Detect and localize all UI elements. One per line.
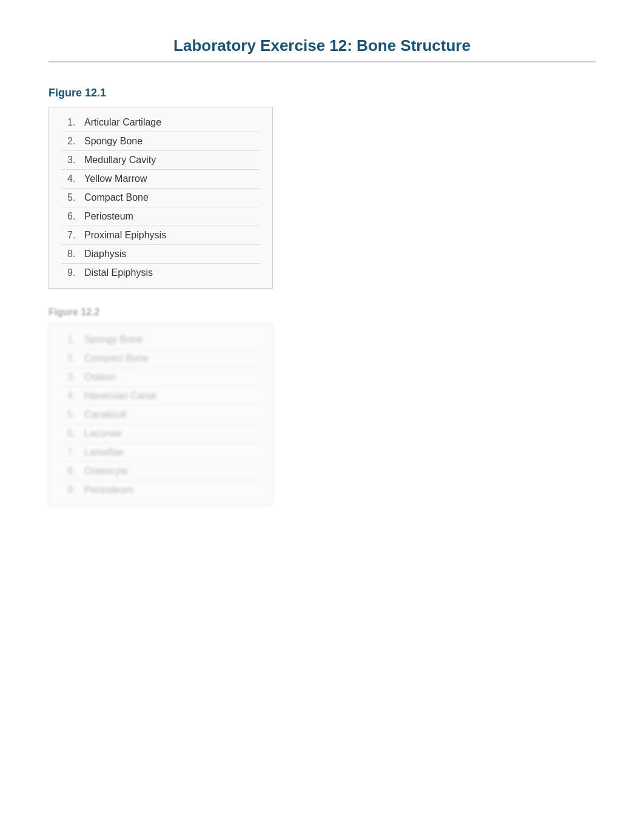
blurred-number: 6. [67, 428, 84, 439]
blurred-list-item: 8.Osteocyte [61, 462, 260, 481]
list-text: Distal Epiphysis [84, 267, 153, 278]
list-text: Proximal Epiphysis [84, 230, 166, 241]
blurred-text: Spongy Bone [84, 334, 143, 345]
blurred-list-item: 4.Haversian Canal [61, 387, 260, 406]
blurred-list-item: 7.Lamellae [61, 443, 260, 462]
list-number: 3. [67, 155, 84, 166]
list-item: 8.Diaphysis [61, 245, 260, 264]
figure1-list-container: 1.Articular Cartilage2.Spongy Bone3.Medu… [49, 107, 273, 289]
blurred-number: 3. [67, 372, 84, 383]
blurred-list-item: 6.Lacunae [61, 424, 260, 443]
list-number: 9. [67, 267, 84, 278]
blurred-text: Canaliculi [84, 409, 126, 420]
blurred-number: 9. [67, 485, 84, 495]
figure2-list-container: 1.Spongy Bone2.Compact Bone3.Osteon4.Hav… [49, 324, 273, 506]
blurred-list-item: 2.Compact Bone [61, 349, 260, 368]
blurred-text: Osteocyte [84, 466, 128, 477]
list-number: 2. [67, 136, 84, 147]
list-number: 7. [67, 230, 84, 241]
figure1-section: Figure 12.1 1.Articular Cartilage2.Spong… [49, 87, 595, 289]
list-number: 1. [67, 117, 84, 128]
list-item: 4.Yellow Marrow [61, 170, 260, 189]
blurred-number: 4. [67, 391, 84, 401]
blurred-text: Periosteum [84, 485, 133, 495]
list-item: 6.Periosteum [61, 207, 260, 226]
blurred-number: 2. [67, 353, 84, 364]
list-text: Periosteum [84, 211, 133, 222]
list-number: 8. [67, 249, 84, 260]
figure1-label: Figure 12.1 [49, 87, 595, 99]
page-title: Laboratory Exercise 12: Bone Structure [49, 36, 595, 55]
list-text: Yellow Marrow [84, 173, 147, 184]
figure2-label: Figure 12.2 [49, 307, 595, 318]
list-item: 5.Compact Bone [61, 189, 260, 207]
list-text: Diaphysis [84, 249, 126, 260]
blurred-text: Compact Bone [84, 353, 149, 364]
blurred-list-item: 3.Osteon [61, 368, 260, 387]
list-item: 3.Medullary Cavity [61, 151, 260, 170]
blurred-text: Haversian Canal [84, 391, 156, 401]
blurred-number: 8. [67, 466, 84, 477]
list-text: Articular Cartilage [84, 117, 161, 128]
blurred-text: Lacunae [84, 428, 121, 439]
blurred-number: 5. [67, 409, 84, 420]
list-number: 5. [67, 192, 84, 203]
list-item: 7.Proximal Epiphysis [61, 226, 260, 245]
list-text: Spongy Bone [84, 136, 143, 147]
list-item: 2.Spongy Bone [61, 132, 260, 151]
page-title-container: Laboratory Exercise 12: Bone Structure [49, 36, 595, 62]
list-number: 6. [67, 211, 84, 222]
blurred-list-item: 5.Canaliculi [61, 406, 260, 424]
figure2-section: Figure 12.2 1.Spongy Bone2.Compact Bone3… [49, 307, 595, 506]
blurred-number: 7. [67, 447, 84, 458]
list-item: 1.Articular Cartilage [61, 113, 260, 132]
list-number: 4. [67, 173, 84, 184]
blurred-number: 1. [67, 334, 84, 345]
blurred-list-item: 1.Spongy Bone [61, 330, 260, 349]
list-text: Medullary Cavity [84, 155, 156, 166]
blurred-list-item: 9.Periosteum [61, 481, 260, 499]
blurred-text: Osteon [84, 372, 116, 383]
list-text: Compact Bone [84, 192, 149, 203]
blurred-text: Lamellae [84, 447, 124, 458]
list-item: 9.Distal Epiphysis [61, 264, 260, 282]
